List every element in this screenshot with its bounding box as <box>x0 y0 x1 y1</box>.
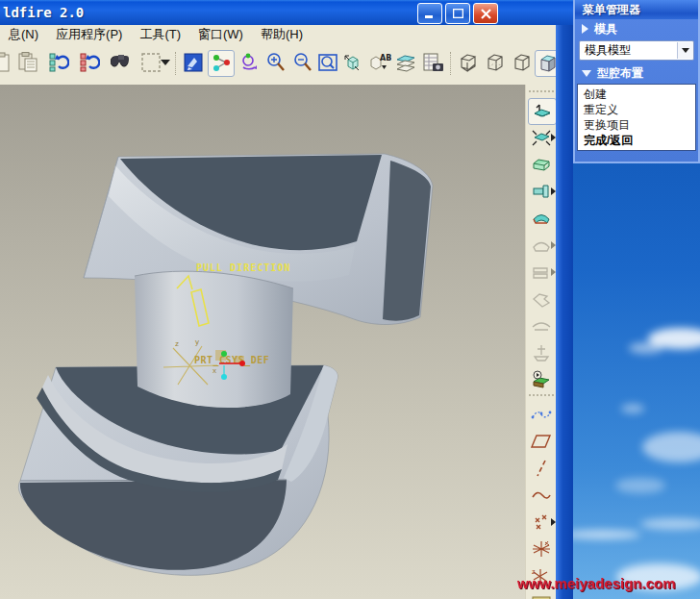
svg-text:AB: AB <box>380 54 391 62</box>
proe-window: ldfire 2.0 息(N) 应用程序(P) 工具(T) 窗口(W) 帮助(H… <box>0 0 573 599</box>
zoom-fit-icon[interactable] <box>315 50 340 75</box>
menu-item-list: 创建 重定义 更换项目 完成/返回 <box>577 84 696 151</box>
mold-model-3d-view: PRT_CSYS_DEF z y x PULL DIRECTION <box>0 85 525 599</box>
datum-curve-icon[interactable] <box>528 402 555 427</box>
graphics-viewport[interactable]: PRT_CSYS_DEF z y x PULL DIRECTION <box>0 85 525 599</box>
select-box-dropdown-icon[interactable] <box>160 50 171 75</box>
toolbar-separator <box>175 52 177 75</box>
reorient-icon[interactable] <box>340 50 365 75</box>
wireframe-icon[interactable] <box>456 50 481 75</box>
csys-x-handle[interactable] <box>239 361 245 366</box>
mm-header-cavity-layout[interactable]: 型腔布置 <box>575 63 698 83</box>
close-button[interactable] <box>473 3 498 24</box>
extract-icon[interactable] <box>528 287 555 312</box>
menu-item-redefine[interactable]: 重定义 <box>578 102 695 117</box>
menu-item-done-return[interactable]: 完成/返回 <box>578 133 695 148</box>
mold-model-dropdown-value: 模具模型 <box>580 42 677 59</box>
axis-label-x: x <box>212 366 216 375</box>
shrinkage-icon[interactable] <box>528 125 555 150</box>
zoom-in-icon[interactable] <box>263 50 288 75</box>
toolbar-grip[interactable] <box>529 394 554 396</box>
mold-component-icon[interactable] <box>528 179 555 204</box>
workpiece-icon[interactable] <box>528 152 555 177</box>
mm-header-mold[interactable]: 模具 <box>575 19 698 38</box>
window-right-border <box>556 25 573 599</box>
annotation-ab-icon[interactable]: AB <box>367 50 392 75</box>
csys-z-handle[interactable] <box>221 374 227 380</box>
main-toolbar: AB <box>0 44 558 86</box>
repaint-icon[interactable] <box>181 50 206 75</box>
mm-header-cavity-label: 型腔布置 <box>597 65 643 82</box>
menu-manager-panel: 菜单管理器 模具 模具模型 型腔布置 创建 重定义 更换项目 完成/返回 <box>573 0 700 163</box>
toolbar-grip[interactable] <box>529 90 554 92</box>
menu-bar: 息(N) 应用程序(P) 工具(T) 窗口(W) 帮助(H) <box>0 25 558 44</box>
menu-window[interactable]: 窗口(W) <box>189 25 252 44</box>
mold-model-dropdown[interactable]: 模具模型 <box>579 40 694 61</box>
menu-help[interactable]: 帮助(H) <box>252 25 312 44</box>
svg-text:z: z <box>532 568 536 575</box>
triangle-down-icon <box>582 70 591 77</box>
menu-manager-title[interactable]: 菜单管理器 <box>575 0 698 19</box>
saved-views-icon[interactable] <box>421 50 446 75</box>
pull-direction-icon[interactable] <box>528 98 557 125</box>
spin-center-icon[interactable] <box>237 50 262 75</box>
csys-label: PRT_CSYS_DEF <box>194 355 269 366</box>
axis-label-z: z <box>175 339 179 348</box>
datum-axis-icon[interactable] <box>528 456 555 481</box>
no-hidden-icon[interactable] <box>510 50 535 75</box>
coordinate-system-icon[interactable] <box>528 537 555 562</box>
chevron-down-icon[interactable] <box>677 42 693 59</box>
ejector-icon[interactable] <box>528 340 555 365</box>
hidden-line-icon[interactable] <box>483 50 508 75</box>
core-cylinder[interactable] <box>135 271 293 408</box>
datum-point-icon[interactable] <box>528 510 555 535</box>
clipboard-icon[interactable] <box>15 50 40 75</box>
mm-header-mold-label: 模具 <box>594 21 617 37</box>
menu-item-create[interactable]: 创建 <box>578 87 695 102</box>
cast-icon[interactable] <box>528 313 555 338</box>
sketched-curve-icon[interactable] <box>528 483 555 508</box>
screen: ldfire 2.0 息(N) 应用程序(P) 工具(T) 窗口(W) 帮助(H… <box>0 0 700 599</box>
datum-plane-icon[interactable] <box>528 429 555 454</box>
find-icon[interactable] <box>110 50 135 75</box>
pull-direction-label: PULL DIRECTION <box>196 262 290 273</box>
toolbar-separator <box>450 52 452 75</box>
parting-surface-icon[interactable] <box>528 206 555 231</box>
csys-y-handle[interactable] <box>221 351 227 357</box>
mold-volume-icon[interactable] <box>528 233 555 258</box>
minimize-button[interactable] <box>417 3 442 24</box>
regenerate-icon[interactable] <box>46 50 71 75</box>
datum-display-icon[interactable] <box>208 50 235 77</box>
mold-toolbar: z <box>525 85 557 599</box>
axis-label-y: y <box>195 337 199 346</box>
maximize-button[interactable] <box>445 3 470 24</box>
menu-info[interactable]: 息(N) <box>0 25 47 44</box>
zoom-out-icon[interactable] <box>290 50 315 75</box>
menu-applications[interactable]: 应用程序(P) <box>47 25 131 44</box>
paste-icon[interactable] <box>0 50 13 75</box>
layers-icon[interactable] <box>394 50 419 75</box>
window-title: ldfire 2.0 <box>0 5 84 20</box>
regenerate-custom-icon[interactable] <box>77 50 102 75</box>
titlebar[interactable]: ldfire 2.0 <box>0 0 573 25</box>
mold-opening-icon[interactable] <box>528 367 555 392</box>
menu-item-replace[interactable]: 更换项目 <box>578 117 695 133</box>
watermark-text: www.meiyadesign.com <box>517 575 676 591</box>
split-icon[interactable] <box>528 260 555 285</box>
triangle-right-icon <box>582 24 588 34</box>
menu-tools[interactable]: 工具(T) <box>131 25 189 44</box>
